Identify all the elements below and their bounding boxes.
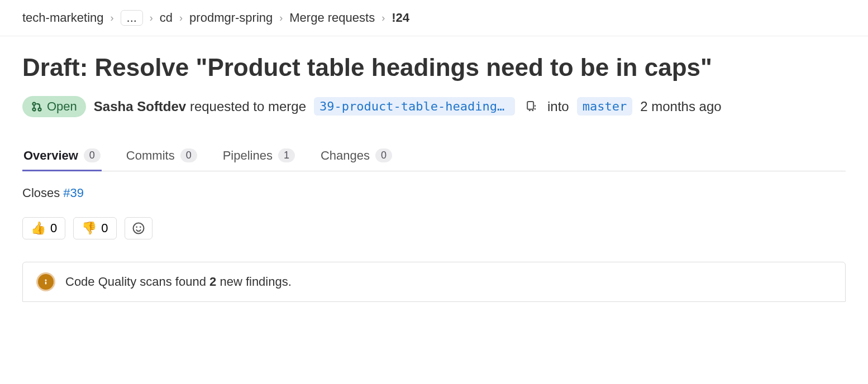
thumbs-up-count: 0 bbox=[50, 221, 57, 236]
tab-label: Pipelines bbox=[223, 148, 273, 163]
chevron-right-icon: › bbox=[277, 12, 285, 24]
chevron-right-icon: › bbox=[108, 12, 116, 24]
breadcrumb-section[interactable]: Merge requests bbox=[289, 11, 375, 25]
svg-point-5 bbox=[136, 226, 137, 228]
thumbs-up-button[interactable]: 👍 0 bbox=[22, 217, 65, 239]
target-branch[interactable]: master bbox=[577, 97, 632, 116]
thumbs-down-icon: 👎 bbox=[82, 221, 97, 236]
source-branch[interactable]: 39-product-table-headings-… bbox=[314, 97, 515, 116]
smiley-icon bbox=[132, 222, 145, 235]
timestamp: 2 months ago bbox=[640, 99, 721, 114]
closes-text: Closes bbox=[22, 186, 63, 200]
code-quality-widget[interactable]: Code Quality scans found 2 new findings. bbox=[22, 262, 846, 302]
chevron-right-icon: › bbox=[147, 12, 155, 24]
svg-rect-3 bbox=[527, 102, 533, 109]
breadcrumb-cd[interactable]: cd bbox=[160, 11, 173, 25]
merge-request-icon bbox=[31, 101, 42, 112]
mr-widgets: Code Quality scans found 2 new findings. bbox=[22, 262, 846, 302]
mr-description: Closes #39 bbox=[22, 186, 846, 200]
copy-branch-button[interactable] bbox=[523, 98, 540, 115]
tab-changes[interactable]: Changes 0 bbox=[319, 142, 393, 171]
breadcrumb-root[interactable]: tech-marketing bbox=[22, 11, 104, 25]
mr-title: Draft: Resolve "Product table headings n… bbox=[22, 53, 846, 83]
into-text: into bbox=[547, 99, 569, 114]
tab-label: Overview bbox=[23, 148, 78, 163]
breadcrumb-mr-id: !24 bbox=[392, 11, 409, 25]
breadcrumbs: tech-marketing › ... › cd › prodmgr-spri… bbox=[0, 0, 868, 36]
mr-meta: Open Sasha Softdev requested to merge 39… bbox=[22, 96, 846, 117]
thumbs-down-button[interactable]: 👎 0 bbox=[73, 217, 116, 239]
status-badge: Open bbox=[22, 96, 86, 117]
warning-icon bbox=[36, 272, 55, 291]
svg-point-7 bbox=[45, 279, 47, 281]
svg-rect-8 bbox=[45, 281, 46, 284]
thumbs-up-icon: 👍 bbox=[31, 221, 46, 236]
status-label: Open bbox=[47, 99, 77, 114]
tab-count: 1 bbox=[278, 148, 295, 162]
tab-label: Changes bbox=[321, 148, 370, 163]
tab-count: 0 bbox=[375, 148, 392, 162]
svg-point-6 bbox=[139, 226, 141, 228]
code-quality-text: Code Quality scans found 2 new findings. bbox=[65, 275, 292, 289]
chevron-right-icon: › bbox=[379, 12, 387, 24]
add-reaction-button[interactable] bbox=[125, 217, 152, 239]
issue-link[interactable]: #39 bbox=[63, 186, 84, 200]
svg-point-4 bbox=[133, 223, 144, 233]
tab-overview[interactable]: Overview 0 bbox=[22, 142, 102, 171]
breadcrumb-project[interactable]: prodmgr-spring bbox=[189, 11, 273, 25]
tab-pipelines[interactable]: Pipelines 1 bbox=[222, 142, 296, 171]
author-name[interactable]: Sasha Softdev bbox=[94, 99, 186, 114]
mr-tabs: Overview 0 Commits 0 Pipelines 1 Changes… bbox=[22, 142, 846, 171]
reactions: 👍 0 👎 0 bbox=[22, 217, 846, 239]
thumbs-down-count: 0 bbox=[101, 221, 108, 236]
chevron-right-icon: › bbox=[177, 12, 185, 24]
tab-commits[interactable]: Commits 0 bbox=[125, 142, 198, 171]
request-text: Sasha Softdev requested to merge bbox=[94, 99, 306, 114]
tab-count: 0 bbox=[180, 148, 197, 162]
tab-count: 0 bbox=[84, 148, 101, 162]
breadcrumb-ellipsis[interactable]: ... bbox=[121, 10, 143, 26]
request-verb: requested to merge bbox=[186, 99, 306, 114]
tab-label: Commits bbox=[126, 148, 175, 163]
